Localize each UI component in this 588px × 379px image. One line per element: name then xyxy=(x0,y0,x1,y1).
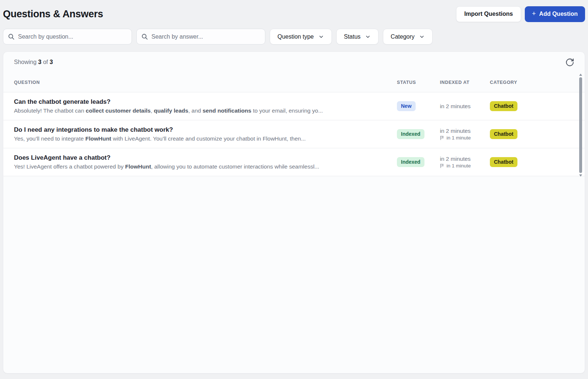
status-cell: New xyxy=(397,101,440,111)
card-toolbar: Showing 3 of 3 xyxy=(3,52,585,72)
indexed-at-secondary-value: in 1 minute xyxy=(447,163,471,169)
status-badge: Indexed xyxy=(397,129,424,139)
column-header-question: QUESTION xyxy=(14,80,397,85)
indexed-at-secondary: in 1 minute xyxy=(440,135,490,141)
status-dropdown[interactable]: Status xyxy=(336,29,379,45)
questions-card: Showing 3 of 3 QUESTION STATUS INDEXED A… xyxy=(3,52,585,373)
table-row[interactable]: Can the chatbot generate leads?Absolutel… xyxy=(3,92,585,120)
answer-segment: Yes! LiveAgent offers a chatbot powered … xyxy=(14,163,125,170)
answer-segment: , allowing you to automate customer inte… xyxy=(151,163,319,170)
chevron-down-icon xyxy=(365,34,371,40)
column-header-status: STATUS xyxy=(397,80,440,85)
answer-preview: Yes! LiveAgent offers a chatbot powered … xyxy=(14,163,392,170)
answer-segment: Absolutely! The chatbot can xyxy=(14,107,86,114)
answer-segment: collect customer details xyxy=(86,107,151,114)
question-type-label: Question type xyxy=(277,33,314,40)
table-row[interactable]: Do I need any integrations to make the c… xyxy=(3,120,585,148)
table-row[interactable]: Does LiveAgent have a chatbot?Yes! LiveA… xyxy=(3,148,585,176)
answer-segment: FlowHunt xyxy=(125,163,151,170)
answer-segment: qualify leads xyxy=(154,107,189,114)
flag-icon xyxy=(440,135,445,140)
refresh-button[interactable] xyxy=(564,57,575,68)
search-question-box xyxy=(3,29,132,45)
search-answer-input[interactable] xyxy=(151,33,261,40)
showing-count: Showing 3 of 3 xyxy=(14,59,53,65)
category-cell: Chatbot xyxy=(490,157,563,167)
question-cell: Can the chatbot generate leads?Absolutel… xyxy=(14,98,397,114)
table-scrollbar[interactable] xyxy=(579,74,582,177)
header-actions: Import Questions + Add Question xyxy=(456,6,585,22)
answer-segment: , and xyxy=(188,107,202,114)
indexed-at-secondary-value: in 1 minute xyxy=(447,135,471,141)
indexed-at-value: in 2 minutes xyxy=(440,103,490,110)
showing-total-value: 3 xyxy=(50,59,53,65)
search-answer-box xyxy=(136,29,265,45)
answer-preview: Yes, you’ll need to integrate FlowHunt w… xyxy=(14,135,392,142)
question-cell: Does LiveAgent have a chatbot?Yes! LiveA… xyxy=(14,154,397,170)
column-header-category: CATEGORY xyxy=(490,80,563,85)
answer-segment: to your email, ensuring yo... xyxy=(251,107,323,114)
category-badge: Chatbot xyxy=(490,157,517,167)
category-badge: Chatbot xyxy=(490,101,517,111)
table-body: Can the chatbot generate leads?Absolutel… xyxy=(3,92,585,176)
add-question-button[interactable]: + Add Question xyxy=(525,6,585,22)
category-dropdown[interactable]: Category xyxy=(383,29,433,45)
showing-prefix: Showing xyxy=(14,59,36,65)
question-cell: Do I need any integrations to make the c… xyxy=(14,126,397,142)
question-type-dropdown[interactable]: Question type xyxy=(270,29,332,45)
question-title: Do I need any integrations to make the c… xyxy=(14,126,392,134)
refresh-icon xyxy=(565,58,574,67)
category-badge: Chatbot xyxy=(490,129,517,139)
status-label: Status xyxy=(344,33,361,40)
search-icon xyxy=(8,33,15,40)
answer-segment: with LiveAgent. You’ll create and custom… xyxy=(111,135,306,142)
status-cell: Indexed xyxy=(397,157,440,167)
showing-count-value: 3 xyxy=(38,59,42,65)
scrollbar-thumb[interactable] xyxy=(579,77,582,173)
answer-segment: , xyxy=(151,107,154,114)
answer-preview: Absolutely! The chatbot can collect cust… xyxy=(14,107,392,114)
scrollbar-up-arrow-icon[interactable] xyxy=(579,74,582,76)
page-header: Questions & Answers Import Questions + A… xyxy=(3,0,585,26)
chevron-down-icon xyxy=(318,34,324,40)
category-label: Category xyxy=(391,33,415,40)
page-title: Questions & Answers xyxy=(3,8,103,20)
filter-bar: Question type Status Category xyxy=(3,29,585,45)
indexed-at-value: in 2 minutes xyxy=(440,156,490,162)
import-questions-button[interactable]: Import Questions xyxy=(456,6,521,22)
indexed-at-secondary: in 1 minute xyxy=(440,163,490,169)
showing-of: of xyxy=(43,59,48,65)
search-question-input[interactable] xyxy=(18,33,127,40)
question-title: Does LiveAgent have a chatbot? xyxy=(14,154,392,162)
add-question-label: Add Question xyxy=(539,11,578,17)
column-header-indexed-at: INDEXED AT xyxy=(440,80,490,85)
answer-segment: Yes, you’ll need to integrate xyxy=(14,135,85,142)
search-icon xyxy=(141,33,148,40)
answer-segment: FlowHunt xyxy=(85,135,111,142)
indexed-at-cell: in 2 minutes xyxy=(440,103,490,110)
status-badge: Indexed xyxy=(397,157,424,167)
scrollbar-down-arrow-icon[interactable] xyxy=(579,174,582,177)
indexed-at-cell: in 2 minutesin 1 minute xyxy=(440,156,490,169)
indexed-at-cell: in 2 minutesin 1 minute xyxy=(440,128,490,141)
category-cell: Chatbot xyxy=(490,129,563,139)
table-header-row: QUESTION STATUS INDEXED AT CATEGORY xyxy=(3,72,585,92)
plus-icon: + xyxy=(532,10,536,17)
questions-table: QUESTION STATUS INDEXED AT CATEGORY Can … xyxy=(3,72,585,176)
category-cell: Chatbot xyxy=(490,101,563,111)
answer-segment: send notifications xyxy=(202,107,251,114)
status-badge: New xyxy=(397,101,416,111)
flag-icon xyxy=(440,163,445,168)
indexed-at-value: in 2 minutes xyxy=(440,128,490,134)
chevron-down-icon xyxy=(419,34,425,40)
status-cell: Indexed xyxy=(397,129,440,139)
question-title: Can the chatbot generate leads? xyxy=(14,98,392,106)
